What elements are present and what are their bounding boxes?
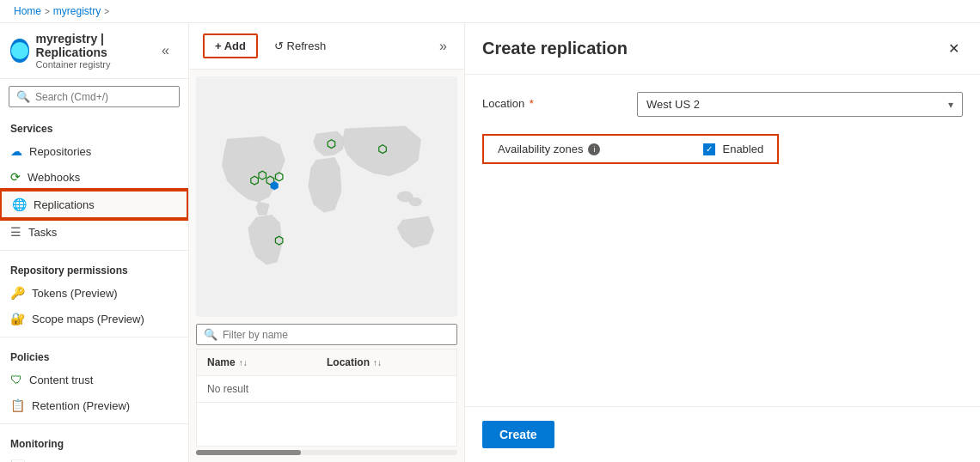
tokens-icon: 🔑 xyxy=(10,286,25,300)
sidebar-item-label: Tasks xyxy=(28,226,57,239)
breadcrumb: Home > myregistry > xyxy=(0,0,980,23)
right-panel: Create replication ✕ Location * West US … xyxy=(464,23,980,462)
required-star: * xyxy=(530,97,534,110)
replications-icon: 🌐 xyxy=(12,198,27,211)
column-name: Name ↑↓ xyxy=(207,356,327,368)
right-panel-footer: Create xyxy=(465,406,980,462)
location-control[interactable]: West US 2 ▾ xyxy=(637,92,963,117)
tasks-icon: ☰ xyxy=(10,225,21,239)
main-content: + Add ↺ Refresh » xyxy=(189,23,464,462)
results-table: Name ↑↓ Location ↑↓ No result xyxy=(196,349,457,447)
right-panel-body: Location * West US 2 ▾ Availability xyxy=(465,75,980,406)
sidebar-item-label: Retention (Preview) xyxy=(32,399,130,412)
sidebar-section-repo-permissions: Repository permissions xyxy=(0,256,188,280)
scroll-thumb[interactable] xyxy=(196,450,301,455)
sidebar-item-label: Content trust xyxy=(29,374,93,386)
sidebar-logo xyxy=(10,39,29,63)
sidebar-subtitle: Container registry xyxy=(36,59,146,70)
repositories-icon: ☁ xyxy=(10,144,22,158)
search-input[interactable] xyxy=(35,91,172,103)
right-panel-header: Create replication ✕ xyxy=(465,23,980,75)
create-button[interactable]: Create xyxy=(482,421,554,448)
refresh-button[interactable]: ↺ Refresh xyxy=(265,34,335,58)
sidebar-collapse-button[interactable]: « xyxy=(156,40,175,62)
world-map xyxy=(196,76,457,317)
filter-input[interactable] xyxy=(223,329,450,341)
location-dropdown[interactable]: West US 2 ▾ xyxy=(637,92,963,117)
retention-icon: 📋 xyxy=(10,398,25,412)
availability-checkbox[interactable] xyxy=(703,143,715,155)
table-header: Name ↑↓ Location ↑↓ xyxy=(197,350,456,376)
sidebar-item-metrics[interactable]: 📊 Metrics (Preview) xyxy=(0,453,188,462)
sidebar-item-label: Repositories xyxy=(29,145,91,158)
right-panel-title: Create replication xyxy=(482,39,628,58)
content-icon: 🛡 xyxy=(10,373,22,386)
svg-marker-6 xyxy=(271,181,279,190)
availability-form-row: Availability zones i Enabled xyxy=(482,134,963,164)
chevron-down-icon: ▾ xyxy=(948,99,953,111)
location-label: Location * xyxy=(482,92,637,110)
sidebar-item-label: Tokens (Preview) xyxy=(32,287,118,300)
sidebar-item-webhooks[interactable]: ⟳ Webhooks xyxy=(0,164,188,190)
location-form-row: Location * West US 2 ▾ xyxy=(482,92,963,117)
sidebar-header: myregistry | Replications Container regi… xyxy=(0,23,188,79)
info-icon[interactable]: i xyxy=(588,143,600,155)
sidebar-item-label: Webhooks xyxy=(28,171,80,184)
sidebar-search-bar[interactable]: 🔍 xyxy=(9,86,180,107)
search-icon: 🔍 xyxy=(16,90,30,103)
sidebar: myregistry | Replications Container regi… xyxy=(0,23,189,462)
sidebar-item-scope-maps[interactable]: 🔐 Scope maps (Preview) xyxy=(0,306,188,331)
location-value: West US 2 xyxy=(646,98,700,111)
sidebar-item-replications[interactable]: 🌐 Replications xyxy=(0,190,188,219)
sidebar-section-services: Services xyxy=(0,114,188,138)
sidebar-item-content-trust[interactable]: 🛡 Content trust xyxy=(0,367,188,392)
availability-label: Availability zones xyxy=(498,143,583,155)
availability-label-group: Availability zones i xyxy=(498,143,600,155)
availability-enabled-label: Enabled xyxy=(722,143,763,155)
table-empty-row: No result xyxy=(197,376,456,403)
sidebar-title: myregistry | Replications xyxy=(36,32,146,59)
collapse-right-button[interactable]: » xyxy=(436,35,450,58)
svg-point-1 xyxy=(409,198,422,206)
availability-control[interactable]: Enabled xyxy=(703,143,763,155)
page-header: + Add ↺ Refresh » xyxy=(189,23,464,70)
column-location: Location ↑↓ xyxy=(327,356,446,368)
sidebar-item-label: Scope maps (Preview) xyxy=(32,313,144,325)
location-sort-icon[interactable]: ↑↓ xyxy=(373,358,382,368)
name-sort-icon[interactable]: ↑↓ xyxy=(239,358,248,368)
add-button[interactable]: + Add xyxy=(203,33,258,58)
close-button[interactable]: ✕ xyxy=(945,37,963,60)
breadcrumb-sep1: > xyxy=(45,7,50,16)
breadcrumb-registry[interactable]: myregistry xyxy=(53,5,101,17)
sidebar-item-tokens[interactable]: 🔑 Tokens (Preview) xyxy=(0,280,188,306)
breadcrumb-home[interactable]: Home xyxy=(14,5,41,17)
filter-search-icon: 🔍 xyxy=(204,328,217,341)
scope-icon: 🔐 xyxy=(10,312,25,325)
sidebar-item-repositories[interactable]: ☁ Repositories xyxy=(0,138,188,164)
breadcrumb-sep2: > xyxy=(104,7,109,16)
sidebar-section-policies: Policies xyxy=(0,343,188,367)
sidebar-item-tasks[interactable]: ☰ Tasks xyxy=(0,219,188,245)
sidebar-section-monitoring: Monitoring xyxy=(0,429,188,453)
sidebar-item-retention[interactable]: 📋 Retention (Preview) xyxy=(0,392,188,418)
webhooks-icon: ⟳ xyxy=(10,170,21,184)
horizontal-scrollbar[interactable] xyxy=(196,450,457,455)
filter-bar[interactable]: 🔍 xyxy=(196,324,457,345)
map-table-area: 🔍 Name ↑↓ Location ↑↓ xyxy=(189,70,464,462)
sidebar-item-label: Replications xyxy=(34,198,95,211)
